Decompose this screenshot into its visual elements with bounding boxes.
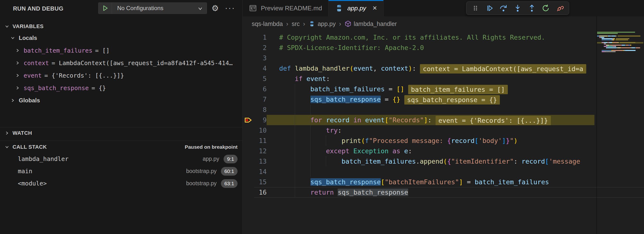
call-stack-frame[interactable]: <module>bootstrap.py63:1 [0, 177, 242, 190]
minimap[interactable] [596, 16, 644, 234]
code-line[interactable]: 11print(f"Processed message: {record['bo… [242, 135, 644, 146]
code-token: in [353, 116, 361, 124]
variables-section-header[interactable]: VARIABLES [0, 21, 242, 32]
start-debugging-button[interactable] [98, 3, 112, 14]
code-line[interactable]: 12except Exception as e: [242, 146, 644, 156]
variable-name: batch_item_failures [24, 47, 92, 54]
scope-row-locals[interactable]: Locals [0, 32, 242, 44]
line-number[interactable]: 8 [254, 105, 267, 115]
disconnect-button[interactable] [555, 3, 565, 13]
breadcrumb-folder[interactable]: sqs-lambda [252, 20, 283, 27]
close-icon[interactable]: ✕ [372, 5, 377, 11]
code-token: ( [350, 65, 354, 72]
call-stack-header[interactable]: CALL STACK Paused on breakpoint [0, 141, 242, 153]
tab-app-py[interactable]: app.py ✕ [328, 0, 384, 16]
indent-spacer [279, 156, 295, 166]
minimap-token [626, 45, 629, 46]
code-line[interactable]: 13batch_item_failures.append({"itemIdent… [242, 156, 644, 166]
frame-name: lambda_handler [18, 155, 68, 162]
tab-preview-readme[interactable]: Preview README.md [242, 0, 328, 16]
minimap-token [612, 38, 614, 39]
code-editor[interactable]: 1# Copyright Amazon.com, Inc. or its aff… [242, 31, 644, 234]
indent-guide [310, 156, 326, 166]
line-number[interactable]: 14 [254, 166, 267, 177]
call-stack-frame[interactable]: mainbootstrap.py60:1 [0, 165, 242, 177]
code-line[interactable]: 7sqs_batch_response = {}sqs_batch_respon… [242, 94, 644, 105]
code-token [302, 75, 306, 82]
variable-row[interactable]: context= LambdaContext([aws_request_id=a… [0, 57, 242, 69]
breadcrumb-folder[interactable]: src [292, 20, 300, 27]
minimap-token [612, 36, 615, 36]
scope-row-globals[interactable]: Globals [0, 94, 242, 107]
step-out-button[interactable] [526, 3, 537, 13]
code-line[interactable]: 14 [242, 166, 644, 177]
drag-handle-icon[interactable] [470, 3, 480, 13]
gutter-cell [242, 63, 254, 74]
code-line[interactable]: 5if event: [242, 74, 644, 84]
variable-name: context [24, 60, 49, 67]
breadcrumb-symbol[interactable]: lambda_handler [354, 20, 397, 27]
step-over-button[interactable] [498, 3, 509, 13]
debug-config-dropdown[interactable]: No Configurations [98, 2, 207, 14]
gutter-cell [242, 53, 254, 63]
code-line[interactable]: 16return sqs_batch_response [242, 187, 644, 198]
code-token: sqs_batch_response [338, 189, 408, 196]
indent-spacer [279, 94, 295, 105]
code-line[interactable]: 9for record in event["Records"]:event = … [242, 115, 644, 125]
code-line[interactable]: 3 [242, 53, 644, 63]
code-line-main: 9for record in event["Records"]:event = … [254, 115, 644, 125]
variable-row[interactable]: event= {'Records': [{...}]} [0, 69, 242, 82]
code-line-main: 15sqs_batch_response["batchItemFailures"… [254, 177, 644, 187]
line-number[interactable]: 4 [254, 63, 267, 74]
code-line[interactable]: 1# Copyright Amazon.com, Inc. or its aff… [242, 32, 644, 42]
more-actions-icon[interactable]: ··· [223, 2, 237, 13]
code-line[interactable]: 10try: [242, 125, 644, 135]
line-number[interactable]: 15 [254, 177, 267, 187]
gear-icon[interactable]: ⚙ [210, 3, 220, 13]
line-number[interactable]: 3 [254, 53, 267, 63]
variable-row[interactable]: sqs_batch_response= {} [0, 82, 242, 94]
debug-config-label: No Configurations [117, 5, 164, 11]
line-number[interactable]: 7 [254, 94, 267, 105]
code-line[interactable]: 2# SPDX-License-Identifier: Apache-2.0 [242, 42, 644, 53]
line-number[interactable]: 12 [254, 146, 267, 156]
code-token [291, 65, 295, 72]
section-divider [0, 140, 242, 141]
code-line-content: return sqs_batch_response [267, 187, 594, 198]
code-token: 'message [549, 158, 580, 165]
line-number[interactable]: 2 [254, 42, 267, 53]
line-number[interactable]: 9 [254, 115, 267, 125]
variables-section: VARIABLES Localsbatch_item_failures= []c… [0, 21, 242, 107]
gutter-cell [242, 187, 254, 198]
code-line[interactable]: 6batch_item_failures = []batch_item_fail… [242, 84, 644, 94]
python-icon [335, 4, 344, 12]
chevron-right-icon [4, 130, 10, 136]
restart-button[interactable] [540, 3, 551, 13]
line-number[interactable]: 5 [254, 74, 267, 84]
line-number[interactable]: 16 [254, 187, 267, 198]
code-token: event [365, 116, 384, 124]
call-stack-frame[interactable]: lambda_handlerapp.py9:1 [0, 153, 242, 165]
minimap-token [606, 43, 606, 44]
code-token: "itemIdentifier" [451, 158, 514, 165]
symbol-function-icon [344, 20, 351, 27]
code-token: [ [385, 116, 389, 124]
code-token: print [342, 137, 361, 144]
variable-row[interactable]: batch_item_failures= [] [0, 44, 242, 57]
code-line[interactable]: 4def lambda_handler(event, context):cont… [242, 63, 644, 74]
line-number[interactable]: 11 [254, 135, 267, 146]
line-number[interactable]: 10 [254, 125, 267, 135]
continue-button[interactable] [484, 3, 495, 13]
watch-section-header[interactable]: WATCH [0, 128, 242, 138]
minimap-token [614, 38, 615, 39]
step-into-button[interactable] [512, 3, 523, 13]
indent-spacer [279, 74, 295, 84]
breadcrumb-file[interactable]: app.py [318, 20, 336, 27]
line-number[interactable]: 6 [254, 84, 267, 94]
gutter-cell [242, 135, 254, 146]
line-number[interactable]: 13 [254, 156, 267, 166]
code-line[interactable]: 8 [242, 105, 644, 115]
breakpoint-paused-icon[interactable] [242, 115, 254, 125]
code-line[interactable]: 15sqs_batch_response["batchItemFailures"… [242, 177, 644, 187]
line-number[interactable]: 1 [254, 32, 267, 42]
